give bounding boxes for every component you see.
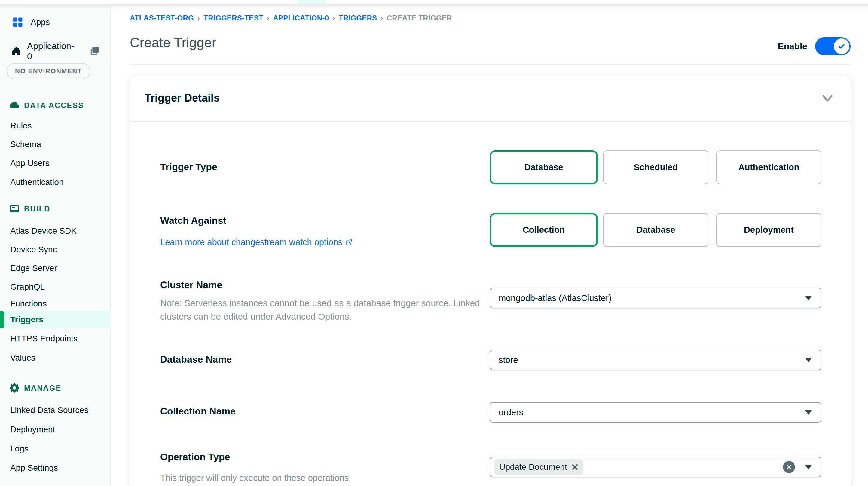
watch-against-option-collection[interactable]: Collection (490, 213, 598, 247)
cloud-icon (10, 101, 19, 110)
operation-type-multiselect[interactable]: Update Document (490, 457, 822, 477)
watch-against-options: Collection Database Deployment (490, 213, 822, 247)
sidebar-item-functions[interactable]: Functions (0, 296, 111, 311)
sidebar-item-logs[interactable]: Logs (0, 441, 111, 456)
external-link-icon (345, 238, 353, 246)
watch-against-option-database[interactable]: Database (603, 213, 708, 247)
database-name-select[interactable]: store (490, 350, 822, 370)
enable-toggle[interactable] (815, 37, 850, 55)
sidebar-section-build: BUILD (10, 203, 50, 215)
breadcrumb-link[interactable]: APPLICATION-0 (273, 14, 329, 22)
caret-down-icon (805, 296, 812, 301)
sidebar-item-app-settings[interactable]: App Settings (0, 461, 111, 475)
sidebar-item-schema[interactable]: Schema (0, 137, 111, 151)
collection-name-value: orders (499, 407, 523, 418)
title-divider (130, 64, 850, 65)
database-name-value: store (499, 355, 518, 365)
gear-icon (10, 383, 19, 393)
toggle-knob (834, 38, 849, 54)
operation-type-label: Operation Type (160, 451, 230, 462)
sidebar-item-apps[interactable]: Apps (0, 15, 111, 29)
card-divider (130, 121, 851, 122)
trigger-type-label: Trigger Type (160, 162, 217, 173)
breadcrumb-separator: › (380, 14, 383, 22)
chip-remove-icon[interactable] (571, 463, 579, 471)
sidebar-item-triggers[interactable]: Triggers (0, 311, 111, 328)
sidebar-item-deployment[interactable]: Deployment (0, 422, 111, 437)
sidebar-item-graphql[interactable]: GraphQL (0, 280, 111, 294)
changestream-link-text: Learn more about changestream watch opti… (160, 237, 342, 247)
trigger-details-card: Trigger Details Trigger Type Database Sc… (130, 75, 851, 486)
sidebar-item-edge-server[interactable]: Edge Server (0, 261, 111, 276)
watch-against-option-deployment[interactable]: Deployment (716, 213, 822, 247)
home-icon (11, 46, 21, 56)
operation-chip: Update Document (494, 459, 583, 475)
database-name-label: Database Name (160, 354, 232, 365)
trigger-type-options: Database Scheduled Authentication (490, 150, 822, 184)
page-title: Create Trigger (130, 35, 216, 51)
collection-name-label: Collection Name (160, 406, 236, 417)
breadcrumb: ATLAS-TEST-ORG › TRIGGERS-TEST › APPLICA… (130, 14, 452, 22)
laptop-icon (10, 204, 19, 213)
sidebar-item-rules[interactable]: Rules (0, 118, 111, 133)
sidebar-item-application[interactable]: Application-0 (0, 44, 111, 58)
cluster-name-value: mongodb-atlas (AtlasCluster) (499, 293, 612, 303)
breadcrumb-separator: › (197, 14, 200, 22)
breadcrumb-link[interactable]: TRIGGERS (339, 14, 377, 22)
environment-badge: NO ENVIRONMENT (7, 63, 90, 79)
clear-all-icon[interactable] (783, 461, 795, 473)
enable-label: Enable (778, 41, 807, 51)
apps-label: Apps (31, 18, 50, 27)
trigger-type-option-scheduled[interactable]: Scheduled (603, 150, 708, 184)
breadcrumb-separator: › (333, 14, 335, 22)
check-icon (837, 42, 846, 51)
top-shadow (0, 4, 868, 9)
section-label: DATA ACCESS (24, 101, 84, 110)
sidebar-item-linked-data-sources[interactable]: Linked Data Sources (0, 403, 111, 418)
trigger-type-option-database[interactable]: Database (490, 150, 598, 184)
apps-grid-icon (12, 17, 24, 28)
sidebar-item-atlas-device-sdk[interactable]: Atlas Device SDK (0, 224, 111, 238)
section-label: MANAGE (24, 384, 61, 393)
caret-down-icon (805, 358, 812, 363)
enable-toggle-group: Enable (778, 37, 850, 55)
chevron-down-icon[interactable] (821, 94, 834, 103)
sidebar-item-authentication[interactable]: Authentication (0, 175, 111, 190)
sidebar: Apps Application-0 NO ENVIRONMENT DATA A… (0, 4, 111, 486)
operation-chip-label: Update Document (499, 462, 567, 472)
operation-type-note: This trigger will only execute on these … (160, 471, 512, 485)
breadcrumb-separator: › (267, 14, 269, 22)
cluster-name-label: Cluster Name (160, 279, 222, 290)
copy-icon[interactable] (90, 47, 99, 56)
caret-down-icon (805, 410, 812, 415)
breadcrumb-current: CREATE TRIGGER (387, 14, 452, 22)
collection-name-select[interactable]: orders (490, 402, 822, 423)
changestream-link[interactable]: Learn more about changestream watch opti… (160, 237, 353, 247)
watch-against-label: Watch Against (160, 215, 226, 226)
sidebar-item-device-sync[interactable]: Device Sync (0, 242, 111, 257)
sidebar-section-data-access: DATA ACCESS (10, 99, 84, 111)
section-label: BUILD (24, 204, 50, 213)
breadcrumb-link[interactable]: TRIGGERS-TEST (204, 14, 263, 22)
sidebar-item-app-users[interactable]: App Users (0, 156, 111, 171)
top-strip (0, 0, 868, 4)
top-mint-tab (297, 0, 327, 4)
card-title: Trigger Details (145, 92, 220, 104)
app-name: Application-0 (27, 41, 78, 61)
cluster-name-select[interactable]: mongodb-atlas (AtlasCluster) (490, 288, 822, 308)
trigger-type-option-authentication[interactable]: Authentication (716, 150, 822, 184)
breadcrumb-link[interactable]: ATLAS-TEST-ORG (130, 14, 194, 22)
sidebar-item-https-endpoints[interactable]: HTTPS Endpoints (0, 332, 111, 346)
cluster-name-note: Note: Serverless instances cannot be use… (160, 296, 512, 323)
card-header[interactable]: Trigger Details (130, 76, 851, 121)
sidebar-item-values[interactable]: Values (0, 351, 111, 365)
sidebar-section-manage: MANAGE (10, 382, 61, 394)
caret-down-icon (805, 465, 812, 469)
